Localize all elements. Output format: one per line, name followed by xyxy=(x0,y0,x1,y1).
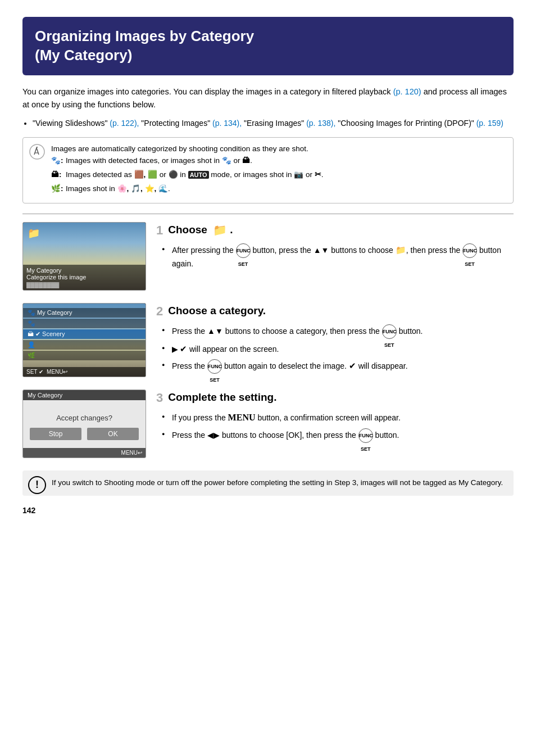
note-sym-landscape: 🏔: xyxy=(51,169,63,181)
intro-paragraph: You can organize images into categories.… xyxy=(22,85,514,111)
feature-list: "Viewing Slideshows" (p. 122), "Protecti… xyxy=(33,117,514,129)
step-2-content: 2 Choose a category. Press the ▲▼ button… xyxy=(156,303,514,377)
warning-box: ! If you switch to Shooting mode or turn… xyxy=(22,470,514,496)
step-1-bullets: After pressing the FUNCSET button, press… xyxy=(162,243,514,270)
screen3-bottom: MENU↩ xyxy=(23,448,146,458)
pencil-icon xyxy=(29,143,46,160)
step-1-content: 1 Choose 📁. After pressing the FUNCSET b… xyxy=(156,222,514,274)
link-p122[interactable]: (p. 122), xyxy=(110,119,139,128)
screen2-row-5: 🌿 xyxy=(23,351,146,360)
note-sym-scenery: 🌿: xyxy=(51,183,63,195)
step-1-image: 📁 My Category Categorize this image ▓▓▓▓… xyxy=(22,222,146,291)
link-p134[interactable]: (p. 134), xyxy=(212,119,242,128)
screen3-buttons: Stop OK xyxy=(23,428,146,440)
step-2-number: 2 xyxy=(156,304,163,319)
step-3-row: My Category Accept changes? Stop OK MENU… xyxy=(22,390,514,458)
screen2-row-3: 🏔 ✔ Scenery xyxy=(23,329,146,339)
step-2-bullet-3: Press the FUNCSET button again to desele… xyxy=(162,359,514,374)
step-1-row: 📁 My Category Categorize this image ▓▓▓▓… xyxy=(22,222,514,291)
screen3-title: My Category xyxy=(23,390,146,400)
screen1-row1: My Category xyxy=(26,267,142,274)
func-set-btn-2a: FUNCSET xyxy=(382,324,397,339)
step-2-bullets: Press the ▲▼ buttons to choose a categor… xyxy=(162,324,514,374)
step-1-number: 1 xyxy=(156,223,163,238)
screen3-text: Accept changes? xyxy=(56,414,112,422)
screen3-stop-btn: Stop xyxy=(30,428,81,440)
screen2-overlay: 🐾 My Category 🐾 🏔 ✔ Scenery 👤 🌿 xyxy=(23,308,146,360)
link-p159[interactable]: (p. 159) xyxy=(476,119,503,128)
page-number: 142 xyxy=(22,506,514,515)
note-row-faces: 🐾: Images with detected faces, or images… xyxy=(51,155,505,167)
section-divider xyxy=(22,214,514,214)
step-3-bullets: If you press the MENU button, a confirma… xyxy=(162,411,514,443)
step-3-number: 3 xyxy=(156,391,163,405)
step-1-bullet-1: After pressing the FUNCSET button, press… xyxy=(162,243,514,270)
screen1-overlay: My Category Categorize this image ▓▓▓▓▓▓… xyxy=(23,265,146,290)
screen2-menu: MENU↩ xyxy=(47,369,67,375)
checkmark-disappear-icon: ✔ xyxy=(349,361,356,370)
screen2-row-2: 🐾 xyxy=(23,319,146,328)
screen2-set: SET ✔ xyxy=(26,369,43,375)
steps-section: 📁 My Category Categorize this image ▓▓▓▓… xyxy=(22,222,514,458)
step-1-icon: 📁 xyxy=(213,223,227,237)
note-text-landscape: Images detected as 🟫, 🟩 or ⚫ in AUTO mod… xyxy=(66,169,323,181)
screen1-row2: Categorize this image xyxy=(26,274,142,280)
step-3-bullet-2: Press the ◀▶ buttons to choose [OK], the… xyxy=(162,428,514,443)
func-set-btn-2b: FUNCSET xyxy=(207,359,222,374)
screen2-bottom: SET ✔ MENU↩ xyxy=(23,367,146,377)
note-box: Images are automatically categorized by … xyxy=(22,137,514,203)
screen2-row-1: 🐾 My Category xyxy=(23,308,146,318)
step-2-bullet-1: Press the ▲▼ buttons to choose a categor… xyxy=(162,324,514,339)
arrow-right-icon xyxy=(172,345,180,354)
func-set-btn-1a: FUNCSET xyxy=(236,243,251,258)
screen1-row3: ▓▓▓▓▓▓▓▓ xyxy=(26,282,142,288)
warning-text: If you switch to Shooting mode or turn o… xyxy=(52,478,503,487)
svg-point-0 xyxy=(30,144,44,159)
note-row-landscape: 🏔: Images detected as 🟫, 🟩 or ⚫ in AUTO … xyxy=(51,169,505,181)
feature-list-item: "Viewing Slideshows" (p. 122), "Protecti… xyxy=(33,117,514,129)
page-title: Organizing Images by Category(My Categor… xyxy=(22,17,514,75)
step-3-content: 3 Complete the setting. If you press the… xyxy=(156,390,514,446)
step-1-title: 1 Choose 📁. xyxy=(156,222,514,238)
step-2-bullet-2: ✔ will appear on the screen. xyxy=(162,342,514,356)
note-main-text: Images are automatically categorized by … xyxy=(51,143,505,155)
menu-bold-label: MENU xyxy=(228,413,256,422)
note-sym-faces: 🐾: xyxy=(51,155,63,167)
func-set-btn-1b: FUNCSET xyxy=(462,243,477,258)
step-3-title: 3 Complete the setting. xyxy=(156,390,514,405)
note-text-faces: Images with detected faces, or images sh… xyxy=(66,155,252,167)
step-2-row: 🐾 My Category 🐾 🏔 ✔ Scenery 👤 🌿 SET ✔ ME… xyxy=(22,303,514,377)
step-2-image: 🐾 My Category 🐾 🏔 ✔ Scenery 👤 🌿 SET ✔ ME… xyxy=(22,303,146,377)
screen2-row-4: 👤 xyxy=(23,340,146,350)
screen1-icon: 📁 xyxy=(28,227,40,239)
func-set-btn-3: FUNCSET xyxy=(358,428,373,443)
link-p138[interactable]: (p. 138), xyxy=(306,119,335,128)
screen3-ok-btn: OK xyxy=(87,428,139,440)
warning-icon: ! xyxy=(28,476,46,494)
step-3-image: My Category Accept changes? Stop OK MENU… xyxy=(22,390,146,458)
step-3-bullet-1: If you press the MENU button, a confirma… xyxy=(162,411,514,425)
note-row-scenery: 🌿: Images shot in 🌸, 🎵, ⭐, 🌊. xyxy=(51,183,505,195)
checkmark-icon: ✔ xyxy=(180,344,187,354)
step-2-title: 2 Choose a category. xyxy=(156,303,514,319)
note-text-scenery: Images shot in 🌸, 🎵, ⭐, 🌊. xyxy=(66,183,170,195)
link-p120[interactable]: (p. 120) xyxy=(393,87,421,96)
